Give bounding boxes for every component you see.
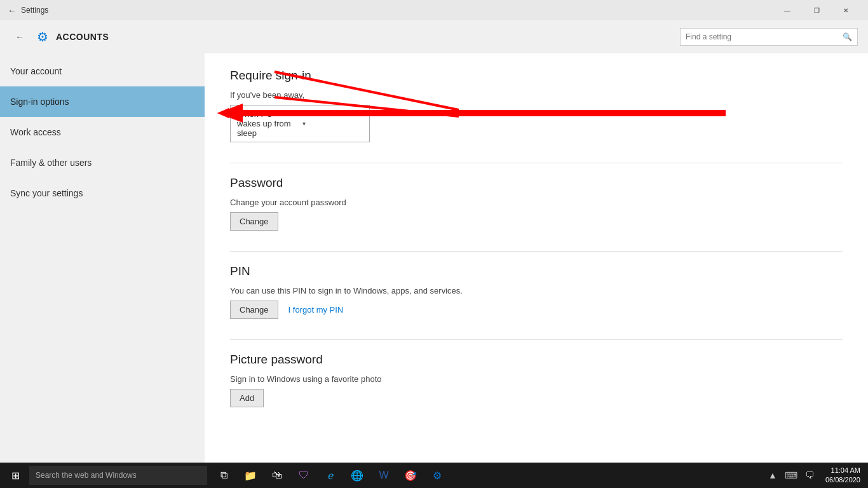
pin-section: PIN You can use this PIN to sign in to W… [230, 264, 843, 319]
taskbar: ⊞ Search the web and Windows ⧉ 📁 🛍 🛡 ℯ 🌐… [0, 463, 868, 488]
picture-password-title: Picture password [230, 353, 843, 367]
sidebar-item-sign-in-options[interactable]: Sign-in options [0, 86, 205, 117]
app-header: ← ⚙ ACCOUNTS 🔍 [0, 20, 868, 53]
titlebar-controls: — ❐ ✕ [773, 0, 860, 20]
taskbar-clock[interactable]: 11:04 AM 06/08/2020 [820, 466, 865, 485]
clock-time: 11:04 AM [825, 466, 860, 475]
store-icon[interactable]: 🛍 [264, 463, 290, 488]
titlebar-title: Settings [21, 6, 48, 15]
pin-change-button[interactable]: Change [230, 301, 278, 319]
require-signin-title: Require sign-in [230, 69, 843, 83]
sidebar-item-label: Sign-in options [10, 97, 69, 107]
sidebar-item-label: Work access [10, 127, 61, 137]
gear-icon: ⚙ [37, 29, 48, 44]
password-change-button[interactable]: Change [230, 212, 278, 231]
titlebar-left: ← Settings [8, 6, 48, 15]
search-box: 🔍 [680, 28, 858, 46]
back-icon[interactable]: ← [8, 6, 16, 15]
titlebar: ← Settings — ❐ ✕ [0, 0, 868, 20]
divider-3 [230, 339, 843, 340]
pin-actions: Change I forgot my PIN [230, 301, 843, 319]
pin-title: PIN [230, 264, 843, 278]
word-icon[interactable]: W [371, 463, 397, 488]
keyboard-icon[interactable]: ⌨ [782, 469, 800, 482]
sidebar-item-your-account[interactable]: Your account [0, 56, 205, 86]
svg-marker-4 [217, 108, 229, 118]
notification-icon[interactable]: 🗨 [803, 469, 817, 482]
taskbar-tray: ▲ ⌨ 🗨 [766, 469, 819, 482]
clock-date: 06/08/2020 [825, 475, 860, 485]
picture-password-section: Picture password Sign in to Windows usin… [230, 353, 843, 407]
require-signin-dropdown[interactable]: When PC wakes up from sleep ▾ [230, 105, 370, 142]
navigate-back-button[interactable]: ← [10, 27, 29, 46]
main-layout: Your account Sign-in options Work access… [0, 53, 868, 463]
sidebar-item-label: Sync your settings [10, 188, 83, 198]
picture-password-description: Sign in to Windows using a favorite phot… [230, 374, 843, 384]
picture-password-add-button[interactable]: Add [230, 389, 264, 407]
taskbar-search-bar[interactable]: Search the web and Windows [29, 466, 207, 485]
forgot-pin-link[interactable]: I forgot my PIN [288, 305, 344, 315]
task-view-icon[interactable]: ⧉ [211, 463, 236, 488]
password-title: Password [230, 176, 843, 190]
app-title: ACCOUNTS [56, 32, 109, 42]
security-icon[interactable]: 🛡 [291, 463, 316, 488]
divider-2 [230, 251, 843, 252]
sidebar-item-family-other-users[interactable]: Family & other users [0, 147, 205, 178]
search-icon: 🔍 [843, 32, 852, 41]
content-area: Require sign-in If you've been away, Whe… [205, 53, 868, 463]
require-signin-subtitle: If you've been away, [230, 90, 843, 100]
file-explorer-icon[interactable]: 📁 [238, 463, 263, 488]
svg-rect-1 [433, 110, 726, 116]
dropdown-value: When PC wakes up from sleep [237, 109, 297, 138]
sidebar: Your account Sign-in options Work access… [0, 53, 205, 463]
chevron-down-icon: ▾ [302, 120, 363, 127]
sidebar-item-sync-settings[interactable]: Sync your settings [0, 178, 205, 208]
edge-icon[interactable]: ℯ [318, 463, 343, 488]
sidebar-item-label: Family & other users [10, 158, 92, 168]
password-description: Change your account password [230, 198, 843, 207]
maximize-button[interactable]: ❐ [802, 0, 831, 20]
pin-description: You can use this PIN to sign in to Windo… [230, 286, 843, 295]
app-icon-1[interactable]: 🎯 [398, 463, 423, 488]
sidebar-item-label: Your account [10, 66, 62, 76]
divider-1 [230, 163, 843, 163]
taskbar-search-label: Search the web and Windows [36, 471, 137, 480]
settings-taskbar-icon[interactable]: ⚙ [424, 463, 450, 488]
sidebar-item-work-access[interactable]: Work access [0, 117, 205, 147]
chrome-icon[interactable]: 🌐 [344, 463, 370, 488]
search-input[interactable] [686, 32, 843, 41]
start-button[interactable]: ⊞ [3, 463, 28, 488]
password-section: Password Change your account password Ch… [230, 176, 843, 231]
taskbar-pinned-icons: ⧉ 📁 🛍 🛡 ℯ 🌐 W 🎯 ⚙ [211, 463, 450, 488]
close-button[interactable]: ✕ [831, 0, 860, 20]
minimize-button[interactable]: — [773, 0, 802, 20]
tray-chevron-icon[interactable]: ▲ [766, 469, 780, 482]
require-signin-section: Require sign-in If you've been away, Whe… [230, 69, 843, 142]
